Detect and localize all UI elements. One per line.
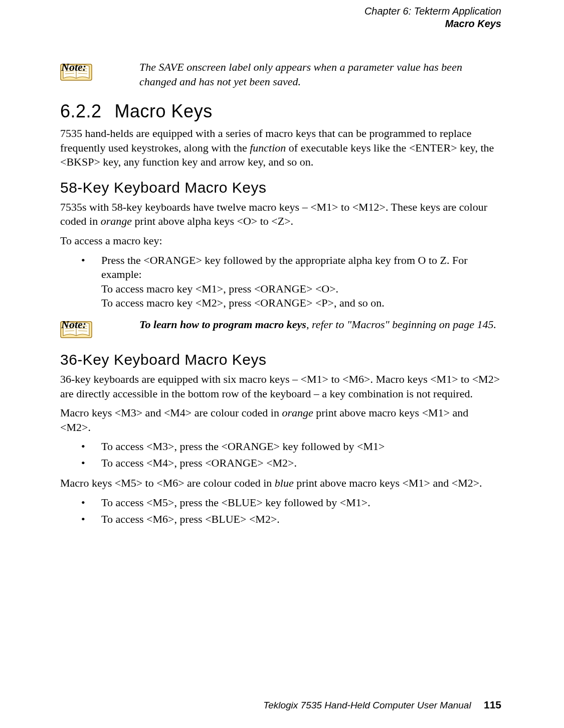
- list-item: Press the <ORANGE> key followed by the a…: [60, 253, 501, 311]
- footer-text: Teklogix 7535 Hand-Held Computer User Ma…: [263, 700, 471, 710]
- paragraph-m3m4: Macro keys <M3> and <M4> are colour code…: [60, 406, 501, 434]
- header-chapter: Chapter 6: Tekterm Application: [60, 5, 501, 18]
- list-item: To access <M6>, press <BLUE> <M2>.: [60, 512, 501, 527]
- note-text: Note:To learn how to program macro keys,…: [100, 318, 496, 332]
- note-label: Note:: [100, 60, 139, 75]
- list-item: To access <M5>, press the <BLUE> key fol…: [60, 496, 501, 510]
- list-item: To access <M3>, press the <ORANGE> key f…: [60, 440, 501, 454]
- paragraph-access-intro: To access a macro key:: [60, 234, 501, 248]
- subheading-36key: 36-Key Keyboard Macro Keys: [60, 350, 501, 369]
- header-section: Macro Keys: [60, 18, 501, 30]
- list-item: To access <M4>, press <ORANGE> <M2>.: [60, 456, 501, 471]
- subheading-58key: 58-Key Keyboard Macro Keys: [60, 178, 501, 197]
- page-number: 115: [484, 699, 501, 710]
- paragraph-58key-desc: 7535s with 58-key keyboards have twelve …: [60, 200, 501, 229]
- note-rest: , refer to "Macros" beginning on page 14…: [306, 318, 496, 331]
- list-m3m4-access: To access <M3>, press the <ORANGE> key f…: [60, 440, 501, 470]
- note-text: Note:The SAVE onscreen label only appear…: [100, 60, 501, 89]
- list-58key-access: Press the <ORANGE> key followed by the a…: [60, 253, 501, 311]
- note-save-label: Note:The SAVE onscreen label only appear…: [60, 60, 501, 89]
- note-program-macro: Note:To learn how to program macro keys,…: [60, 318, 501, 341]
- page-footer: Teklogix 7535 Hand-Held Computer User Ma…: [263, 698, 501, 712]
- note-body: The SAVE onscreen label only appears whe…: [139, 61, 462, 88]
- list-m5m6-access: To access <M5>, press the <BLUE> key fol…: [60, 496, 501, 526]
- note-bold: To learn how to program macro keys: [139, 318, 306, 331]
- paragraph-intro: 7535 hand-helds are equipped with a seri…: [60, 126, 501, 170]
- section-number: 6.2.2: [60, 101, 102, 121]
- page-header: Chapter 6: Tekterm Application Macro Key…: [60, 5, 501, 30]
- paragraph-m5m6: Macro keys <M5> to <M6> are colour coded…: [60, 476, 501, 491]
- note-label: Note:: [100, 318, 139, 332]
- section-title: Macro Keys: [115, 101, 213, 121]
- paragraph-36key-desc: 36-key keyboards are equipped with six m…: [60, 372, 501, 401]
- page: Chapter 6: Tekterm Application Macro Key…: [0, 0, 564, 728]
- section-heading-macro-keys: 6.2.2Macro Keys: [60, 100, 501, 123]
